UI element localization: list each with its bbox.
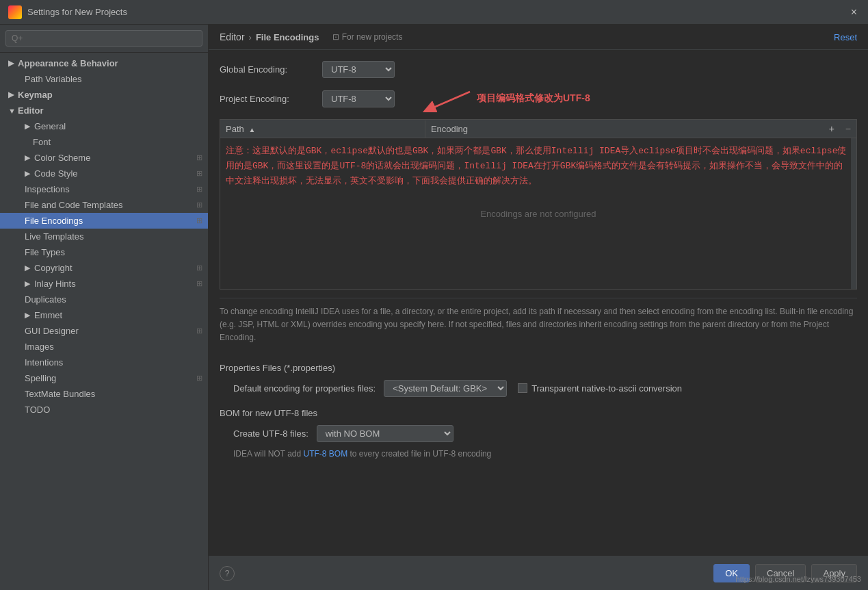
create-label: Create UTF-8 files:: [233, 428, 308, 439]
url-watermark: https://blog.csdn.net/lzyws739307453: [736, 575, 861, 583]
encoding-table: Path ▲ Encoding + − Encodings are not co…: [220, 119, 857, 290]
sidebar-items: ▶ Appearance & Behavior Path Variables ▶…: [0, 53, 208, 590]
sidebar-item-file-types[interactable]: File Types: [0, 244, 208, 260]
breadcrumb-parent: Editor: [220, 31, 245, 42]
sort-arrow: ▲: [248, 126, 255, 133]
properties-row: Default encoding for properties files: <…: [220, 380, 857, 397]
expand-icon: ▶: [25, 311, 34, 320]
sidebar-label: Copyright: [34, 263, 73, 273]
properties-section-title: Properties Files (*.properties): [220, 363, 857, 373]
sidebar-item-inspections[interactable]: Inspections: [0, 181, 208, 197]
sidebar-label: Inspections: [25, 184, 70, 194]
sidebar-label: Appearance & Behavior: [18, 58, 118, 68]
sidebar-label: GUI Designer: [25, 326, 79, 336]
sidebar-item-file-code-templates[interactable]: File and Code Templates: [0, 197, 208, 213]
bom-select[interactable]: with NO BOM with BOM: [317, 425, 453, 442]
table-header: Path ▲ Encoding + −: [220, 120, 856, 138]
sidebar-item-keymap[interactable]: ▶ Keymap: [0, 87, 208, 103]
sidebar-item-inlay-hints[interactable]: ▶ Inlay Hints ⊞: [0, 276, 208, 292]
bottom-bar: ? OK Cancel Apply: [209, 556, 868, 590]
bom-note-end: to every created file in UTF-8 encoding: [347, 449, 491, 459]
sidebar-label: File and Code Templates: [25, 200, 123, 210]
copy-icon: ⊞: [196, 279, 202, 288]
search-box: [0, 25, 208, 53]
title-bar: Settings for New Projects ×: [0, 0, 868, 25]
svg-line-0: [429, 92, 470, 110]
sidebar-item-code-style[interactable]: ▶ Code Style ⊞: [0, 166, 208, 181]
copy-icon: ⊞: [196, 264, 202, 272]
help-button[interactable]: ?: [220, 566, 235, 581]
search-input[interactable]: [5, 30, 202, 47]
sidebar-item-appearance-behavior[interactable]: ▶ Appearance & Behavior: [0, 55, 208, 71]
sidebar-item-gui-designer[interactable]: GUI Designer: [0, 323, 208, 339]
sidebar-item-live-templates[interactable]: Live Templates: [0, 229, 208, 244]
expand-icon: ▶: [8, 59, 18, 68]
sidebar-item-copyright[interactable]: ▶ Copyright ⊞: [0, 260, 208, 276]
sidebar-label: Code Style: [34, 168, 78, 179]
global-encoding-label: Global Encoding:: [220, 64, 322, 75]
breadcrumb-current: File Encodings: [256, 32, 319, 42]
table-header-encoding: Encoding: [425, 120, 824, 138]
content-header: Editor › File Encodings ⊡ For new projec…: [209, 25, 868, 50]
bom-note: IDEA will NOT add UTF-8 BOM to every cre…: [220, 448, 857, 460]
sidebar-item-duplicates[interactable]: Duplicates: [0, 292, 208, 307]
project-encoding-select[interactable]: UTF-8 GBK ISO-8859-1: [322, 90, 395, 107]
sidebar-label: File Types: [25, 247, 65, 257]
sidebar-label: Editor: [18, 105, 44, 116]
sidebar-label: Duplicates: [25, 294, 66, 305]
sidebar-label: Images: [25, 342, 54, 352]
sidebar-label: General: [34, 121, 66, 131]
reset-button[interactable]: Reset: [834, 32, 857, 42]
table-remove-button[interactable]: −: [840, 120, 856, 138]
transparent-checkbox-wrapper: Transparent native-to-ascii conversion: [518, 383, 682, 394]
expand-icon: ▶: [8, 90, 18, 99]
sidebar-item-emmet[interactable]: ▶ Emmet: [0, 307, 208, 323]
not-configured-text: Encodings are not configured: [480, 209, 596, 219]
sidebar-item-intentions[interactable]: Intentions: [0, 355, 208, 370]
red-overlay-text: 注意：这里默认的是GBK，eclipse默认的也是GBK，如果两个都是GBK，那…: [226, 144, 851, 189]
title-bar-text: Settings for New Projects: [27, 7, 848, 17]
sidebar-label: Font: [33, 137, 51, 147]
sidebar-label: Inlay Hints: [34, 279, 76, 289]
sidebar-item-general[interactable]: ▶ General: [0, 118, 208, 134]
table-header-path: Path ▲: [220, 120, 425, 138]
properties-encoding-select[interactable]: <System Default: GBK> UTF-8 GBK: [384, 380, 507, 397]
sidebar-item-editor[interactable]: ▼ Editor: [0, 103, 208, 118]
sidebar-label: Intentions: [25, 357, 63, 368]
sidebar-item-spelling[interactable]: Spelling: [0, 370, 208, 386]
sidebar-label: File Encodings: [25, 216, 83, 226]
sidebar-item-file-encodings[interactable]: File Encodings ⊞: [0, 213, 208, 229]
sidebar: ▶ Appearance & Behavior Path Variables ▶…: [0, 25, 209, 590]
transparent-label: Transparent native-to-ascii conversion: [531, 383, 682, 394]
global-encoding-select[interactable]: UTF-8 GBK ISO-8859-1: [322, 61, 395, 78]
content-body: Global Encoding: UTF-8 GBK ISO-8859-1 Pr…: [209, 50, 868, 556]
expand-icon: ▼: [8, 107, 18, 115]
sidebar-label: TODO: [25, 405, 50, 415]
sidebar-label: Emmet: [34, 310, 62, 320]
info-text: To change encoding IntelliJ IDEA uses fo…: [220, 298, 857, 352]
bom-row: Create UTF-8 files: with NO BOM with BOM: [220, 425, 857, 442]
sidebar-item-textmate-bundles[interactable]: TextMate Bundles: [0, 386, 208, 402]
breadcrumb-separator: ›: [249, 32, 252, 42]
default-encoding-label: Default encoding for properties files:: [233, 383, 376, 394]
sidebar-item-todo[interactable]: TODO: [0, 402, 208, 418]
sidebar-item-path-variables[interactable]: Path Variables: [0, 71, 208, 87]
main-layout: ▶ Appearance & Behavior Path Variables ▶…: [0, 25, 868, 590]
annotation-text: 项目编码格式修改为UTF-8: [477, 92, 590, 105]
sidebar-label: Live Templates: [25, 231, 83, 242]
transparent-checkbox[interactable]: [518, 383, 527, 393]
bom-section-title: BOM for new UTF-8 files: [220, 408, 857, 418]
app-logo: [8, 5, 22, 19]
close-button[interactable]: ×: [848, 6, 860, 18]
table-body: Encodings are not configured 注意：这里默认的是GB…: [220, 138, 856, 289]
expand-icon: ▶: [25, 169, 34, 178]
global-encoding-row: Global Encoding: UTF-8 GBK ISO-8859-1: [220, 61, 857, 78]
sidebar-item-font[interactable]: Font: [0, 134, 208, 150]
sidebar-item-images[interactable]: Images: [0, 339, 208, 355]
sidebar-item-color-scheme[interactable]: ▶ Color Scheme ⊞: [0, 150, 208, 166]
bom-link[interactable]: UTF-8 BOM: [303, 449, 347, 459]
table-add-button[interactable]: +: [824, 120, 840, 138]
table-scrollbar[interactable]: [851, 138, 856, 289]
content-area: Editor › File Encodings ⊡ For new projec…: [209, 25, 868, 590]
copy-icon: ⊞: [196, 153, 202, 162]
